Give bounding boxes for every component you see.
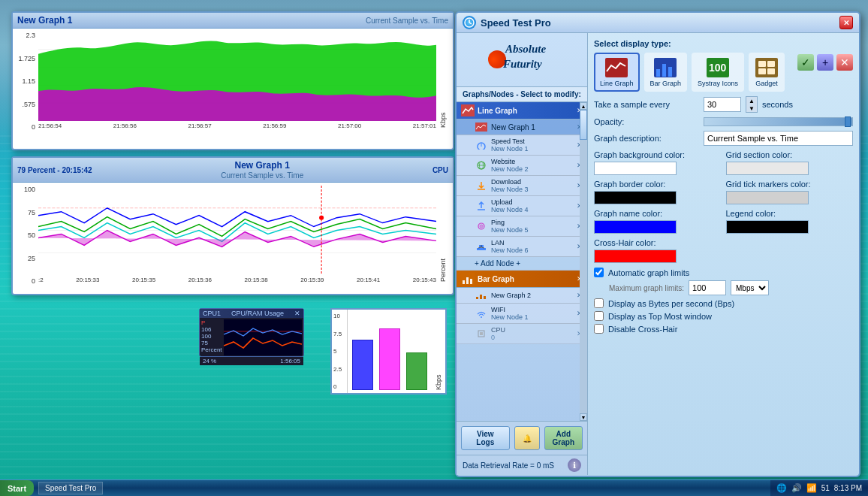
download-node-sub: New Node 3 [491, 186, 577, 193]
opacity-slider[interactable] [704, 117, 853, 126]
auto-limits-checkbox[interactable] [594, 268, 604, 277]
bar-graph-new-graph-2-item[interactable]: New Graph 2 ✕ [457, 288, 587, 304]
cpu-node-sub: 0 [491, 334, 577, 341]
cpu-node-main: CPU [491, 326, 577, 334]
max-limits-row: Maximum graph limits: Mbps Kbps [609, 280, 853, 295]
graph2-ylabel: Percent [436, 186, 450, 285]
line-graph-group[interactable]: Line Graph ✕ [457, 102, 587, 119]
ping-node-item[interactable]: Ping New Node 5 ✕ [457, 216, 587, 237]
panel-left-column: Absolute Futurity Graphs/Nodes - Select … [457, 33, 588, 475]
border-color-swatch[interactable] [594, 191, 677, 204]
graph2-title: New Graph 1 [235, 160, 290, 171]
display-type-gadget[interactable]: Gadget [749, 53, 785, 92]
graph1-ylabel: Kbps [436, 32, 450, 131]
graph2-canvas [38, 186, 436, 275]
disable-cross-checkbox[interactable] [594, 324, 604, 334]
bar-graph-group-header[interactable]: Bar Graph ✕ [457, 271, 587, 287]
max-limits-unit-select[interactable]: Mbps Kbps [731, 280, 769, 295]
add-button[interactable]: + [817, 54, 833, 71]
sample-spinner[interactable]: ▲ ▼ [746, 96, 758, 113]
opacity-label: Opacity: [594, 117, 699, 126]
website-node-item[interactable]: Website New Node 2 ✕ [457, 156, 587, 176]
confirm-button[interactable]: ✓ [797, 54, 814, 71]
crosshair-color-swatch[interactable] [594, 250, 677, 263]
graph2-subtitle: Current Sample vs. Time [221, 171, 303, 180]
tray-speaker-icon: 🔊 [791, 483, 802, 493]
panel-bottom-buttons: View Logs 🔔 Add Graph [457, 421, 587, 455]
speed-test-node-sub: New Node 1 [491, 145, 577, 153]
upload-node-item[interactable]: Upload New Node 4 ✕ [457, 196, 587, 216]
bar-graph-new-graph-2-label: New Graph 2 [491, 292, 577, 299]
action-icons: ✓ + ✕ [797, 39, 853, 71]
max-limits-input[interactable] [689, 280, 726, 295]
node-list[interactable]: Line Graph ✕ New Graph 1 [457, 102, 587, 421]
speed-test-node-item[interactable]: Speed Test New Node 1 ✕ [457, 135, 587, 156]
cancel-button[interactable]: ✕ [836, 54, 853, 71]
svg-rect-24 [483, 248, 486, 250]
info-icon[interactable]: ℹ [568, 458, 581, 472]
sample-unit: seconds [762, 100, 800, 109]
line-graph-group-header[interactable]: Line Graph ✕ [457, 102, 587, 119]
name-color-swatch[interactable] [594, 220, 677, 234]
display-type-systray[interactable]: 100 Systray Icons [692, 53, 744, 92]
svg-rect-22 [477, 248, 480, 250]
sample-interval-row: Take a sample every ▲ ▼ seconds [594, 96, 853, 113]
mini-widget-title: CPU1 CPU/RAM Usage ✕ [200, 309, 303, 318]
svg-rect-47 [758, 61, 766, 67]
taskbar-tray: 🌐 🔊 📶 51 8:13 PM [770, 480, 868, 496]
mini-cpu-svg [224, 319, 302, 355]
top-most-checkbox[interactable] [594, 311, 604, 321]
taskbar-items: Speed Test Pro [34, 481, 770, 495]
name-color-label: Graph name color: [594, 209, 722, 218]
display-bps-checkbox[interactable] [594, 298, 604, 308]
graph-window-2: 79 Percent - 20:15:42 New Graph 1 Curren… [11, 156, 454, 295]
legend-color-swatch[interactable] [726, 220, 809, 234]
opacity-handle[interactable] [845, 116, 851, 127]
desktop-background: New Graph 1 Current Sample vs. Time 2.3 … [0, 0, 868, 481]
spinner-down[interactable]: ▼ [746, 104, 757, 112]
download-node-item[interactable]: Download New Node 3 ✕ [457, 176, 587, 196]
graph-desc-input[interactable] [704, 131, 853, 146]
start-button[interactable]: Start [0, 480, 34, 496]
scroll-up-arrow[interactable]: ▲ [580, 102, 587, 110]
line-graph-small-icon [475, 122, 488, 132]
sample-value-input[interactable] [704, 97, 741, 112]
top-most-row: Display as Top Most window [594, 311, 853, 321]
node-list-scrollbar[interactable]: ▲ ▼ [580, 102, 587, 421]
line-graph-new-graph-1-item[interactable]: New Graph 1 ✕ [457, 119, 587, 135]
bg-color-swatch[interactable] [594, 162, 677, 175]
spinner-up[interactable]: ▲ [746, 97, 757, 104]
grid-section-swatch[interactable] [726, 162, 809, 175]
cpu-node-item[interactable]: CPU 0 ✕ [457, 324, 587, 344]
add-line-node-button[interactable]: + Add Node + [457, 257, 587, 271]
panel-body: Absolute Futurity Graphs/Nodes - Select … [457, 33, 859, 475]
sample-label: Take a sample every [594, 100, 699, 109]
panel-titlebar: Speed Test Pro ✕ [457, 13, 859, 33]
display-type-line-graph[interactable]: Line Graph [594, 53, 640, 92]
add-graph-button[interactable]: Add Graph [544, 426, 583, 450]
gadget-display-icon [755, 57, 779, 78]
speed-test-node-main: Speed Test [491, 138, 577, 145]
bar-graph-display-icon [653, 57, 677, 78]
grid-tick-swatch[interactable] [726, 191, 809, 204]
scroll-thumb[interactable] [580, 110, 587, 140]
view-logs-button[interactable]: View Logs [461, 426, 510, 450]
bar-1 [352, 340, 373, 390]
bar-graph-group-icon [461, 273, 475, 285]
graph1-titlebar: New Graph 1 Current Sample vs. Time [13, 13, 453, 29]
website-node-icon [475, 160, 488, 171]
scroll-down-arrow[interactable]: ▼ [580, 413, 587, 421]
lan-node-item[interactable]: LAN New Node 6 ✕ [457, 237, 587, 257]
mini-cpu-graph [224, 319, 302, 355]
wifi-node-item[interactable]: WIFI New Node 1 ✕ [457, 304, 587, 324]
graph1-title: New Graph 1 [17, 15, 72, 26]
taskbar-speed-test-pro[interactable]: Speed Test Pro [38, 482, 103, 494]
mini-percent: 24 % [203, 358, 216, 364]
panel-close-button[interactable]: ✕ [839, 16, 853, 29]
bell-button[interactable]: 🔔 [514, 426, 540, 450]
panel-icon [463, 16, 476, 29]
bar-graph-group[interactable]: Bar Graph ✕ [457, 271, 587, 288]
auto-limits-label: Automatic graph limits [608, 268, 689, 277]
download-node-main: Download [491, 178, 577, 186]
display-type-bar-graph[interactable]: Bar Graph [644, 53, 688, 92]
